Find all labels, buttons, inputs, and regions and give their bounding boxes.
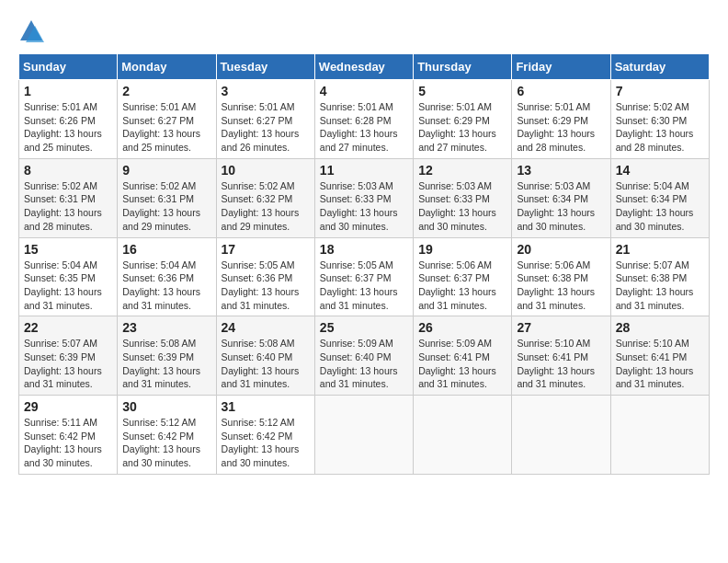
calendar-cell: 11 Sunrise: 5:03 AMSunset: 6:33 PMDaylig…	[314, 158, 413, 237]
day-info: Sunrise: 5:09 AMSunset: 6:41 PMDaylight:…	[418, 338, 496, 389]
calendar-cell: 5 Sunrise: 5:01 AMSunset: 6:29 PMDayligh…	[414, 80, 512, 159]
day-info: Sunrise: 5:12 AMSunset: 6:42 PMDaylight:…	[122, 417, 200, 468]
day-info: Sunrise: 5:03 AMSunset: 6:34 PMDaylight:…	[517, 180, 595, 232]
calendar-cell: 22 Sunrise: 5:07 AMSunset: 6:39 PMDaylig…	[19, 316, 118, 396]
calendar-cell: 1 Sunrise: 5:01 AMSunset: 6:26 PMDayligh…	[19, 80, 118, 159]
day-number: 22	[24, 320, 112, 335]
calendar-cell: 4 Sunrise: 5:01 AMSunset: 6:28 PMDayligh…	[314, 80, 413, 159]
day-info: Sunrise: 5:02 AMSunset: 6:32 PMDaylight:…	[222, 180, 300, 232]
day-number: 20	[517, 242, 605, 257]
calendar-week-row: 22 Sunrise: 5:07 AMSunset: 6:39 PMDaylig…	[19, 316, 710, 396]
calendar-cell: 21 Sunrise: 5:07 AMSunset: 6:38 PMDaylig…	[610, 237, 709, 316]
logo-icon	[18, 18, 44, 44]
day-info: Sunrise: 5:01 AMSunset: 6:29 PMDaylight:…	[517, 101, 595, 153]
day-number: 2	[122, 84, 210, 98]
calendar-cell: 26 Sunrise: 5:09 AMSunset: 6:41 PMDaylig…	[414, 316, 512, 396]
day-number: 24	[222, 320, 310, 335]
calendar-cell: 15 Sunrise: 5:04 AMSunset: 6:35 PMDaylig…	[19, 237, 118, 316]
calendar-cell: 24 Sunrise: 5:08 AMSunset: 6:40 PMDaylig…	[216, 316, 314, 396]
day-number: 6	[517, 84, 605, 98]
calendar-cell: 30 Sunrise: 5:12 AMSunset: 6:42 PMDaylig…	[118, 396, 216, 475]
calendar-cell: 13 Sunrise: 5:03 AMSunset: 6:34 PMDaylig…	[512, 158, 610, 237]
day-info: Sunrise: 5:10 AMSunset: 6:41 PMDaylight:…	[517, 338, 595, 389]
day-number: 26	[418, 320, 506, 335]
calendar-cell: 29 Sunrise: 5:11 AMSunset: 6:42 PMDaylig…	[19, 396, 118, 475]
day-info: Sunrise: 5:01 AMSunset: 6:27 PMDaylight:…	[122, 101, 200, 153]
calendar-cell: 18 Sunrise: 5:05 AMSunset: 6:37 PMDaylig…	[314, 237, 413, 316]
calendar-cell: 9 Sunrise: 5:02 AMSunset: 6:31 PMDayligh…	[118, 158, 216, 237]
day-number: 3	[222, 84, 310, 98]
calendar-cell: 2 Sunrise: 5:01 AMSunset: 6:27 PMDayligh…	[118, 80, 216, 159]
day-info: Sunrise: 5:01 AMSunset: 6:29 PMDaylight:…	[418, 101, 496, 153]
column-header-thursday: Thursday	[414, 54, 512, 80]
day-number: 15	[24, 242, 112, 257]
calendar-week-row: 15 Sunrise: 5:04 AMSunset: 6:35 PMDaylig…	[19, 237, 710, 316]
day-info: Sunrise: 5:07 AMSunset: 6:39 PMDaylight:…	[24, 338, 102, 389]
day-info: Sunrise: 5:05 AMSunset: 6:36 PMDaylight:…	[222, 259, 300, 311]
day-info: Sunrise: 5:06 AMSunset: 6:38 PMDaylight:…	[517, 259, 595, 311]
calendar-cell	[314, 396, 413, 475]
calendar-cell	[414, 396, 512, 475]
page-header	[18, 18, 710, 44]
day-number: 27	[517, 320, 605, 335]
day-info: Sunrise: 5:03 AMSunset: 6:33 PMDaylight:…	[418, 180, 496, 232]
day-info: Sunrise: 5:05 AMSunset: 6:37 PMDaylight:…	[320, 259, 398, 311]
day-number: 18	[320, 242, 408, 257]
day-number: 5	[418, 84, 506, 98]
calendar-cell: 10 Sunrise: 5:02 AMSunset: 6:32 PMDaylig…	[216, 158, 314, 237]
day-number: 23	[122, 320, 210, 335]
calendar-cell: 12 Sunrise: 5:03 AMSunset: 6:33 PMDaylig…	[414, 158, 512, 237]
day-info: Sunrise: 5:06 AMSunset: 6:37 PMDaylight:…	[418, 259, 496, 311]
calendar-cell: 31 Sunrise: 5:12 AMSunset: 6:42 PMDaylig…	[216, 396, 314, 475]
day-number: 25	[320, 320, 408, 335]
day-info: Sunrise: 5:11 AMSunset: 6:42 PMDaylight:…	[24, 417, 102, 468]
calendar-cell: 20 Sunrise: 5:06 AMSunset: 6:38 PMDaylig…	[512, 237, 610, 316]
day-info: Sunrise: 5:07 AMSunset: 6:38 PMDaylight:…	[616, 259, 694, 311]
calendar-cell: 27 Sunrise: 5:10 AMSunset: 6:41 PMDaylig…	[512, 316, 610, 396]
day-info: Sunrise: 5:03 AMSunset: 6:33 PMDaylight:…	[320, 180, 398, 232]
calendar-cell: 28 Sunrise: 5:10 AMSunset: 6:41 PMDaylig…	[610, 316, 709, 396]
column-header-friday: Friday	[512, 54, 610, 80]
calendar-week-row: 8 Sunrise: 5:02 AMSunset: 6:31 PMDayligh…	[19, 158, 710, 237]
day-number: 28	[616, 320, 704, 335]
day-number: 13	[517, 163, 605, 178]
day-number: 11	[320, 163, 408, 178]
day-info: Sunrise: 5:04 AMSunset: 6:36 PMDaylight:…	[122, 259, 200, 311]
column-header-wednesday: Wednesday	[314, 54, 413, 80]
calendar-cell: 25 Sunrise: 5:09 AMSunset: 6:40 PMDaylig…	[314, 316, 413, 396]
day-number: 17	[222, 242, 310, 257]
calendar-cell: 16 Sunrise: 5:04 AMSunset: 6:36 PMDaylig…	[118, 237, 216, 316]
calendar-cell: 23 Sunrise: 5:08 AMSunset: 6:39 PMDaylig…	[118, 316, 216, 396]
day-number: 29	[24, 399, 112, 414]
day-number: 12	[418, 163, 506, 178]
column-header-saturday: Saturday	[610, 54, 709, 80]
calendar-week-row: 29 Sunrise: 5:11 AMSunset: 6:42 PMDaylig…	[19, 396, 710, 475]
calendar-cell: 8 Sunrise: 5:02 AMSunset: 6:31 PMDayligh…	[19, 158, 118, 237]
calendar-cell: 6 Sunrise: 5:01 AMSunset: 6:29 PMDayligh…	[512, 80, 610, 159]
calendar-cell: 19 Sunrise: 5:06 AMSunset: 6:37 PMDaylig…	[414, 237, 512, 316]
logo	[18, 18, 48, 44]
day-number: 10	[222, 163, 310, 178]
day-number: 8	[24, 163, 112, 178]
day-number: 1	[24, 84, 112, 98]
day-info: Sunrise: 5:12 AMSunset: 6:42 PMDaylight:…	[222, 417, 300, 468]
day-info: Sunrise: 5:08 AMSunset: 6:39 PMDaylight:…	[122, 338, 200, 389]
day-info: Sunrise: 5:01 AMSunset: 6:26 PMDaylight:…	[24, 101, 102, 153]
day-info: Sunrise: 5:09 AMSunset: 6:40 PMDaylight:…	[320, 338, 398, 389]
day-number: 7	[616, 84, 704, 98]
day-number: 30	[122, 399, 210, 414]
calendar-cell: 3 Sunrise: 5:01 AMSunset: 6:27 PMDayligh…	[216, 80, 314, 159]
day-info: Sunrise: 5:02 AMSunset: 6:31 PMDaylight:…	[122, 180, 200, 232]
day-number: 4	[320, 84, 408, 98]
day-info: Sunrise: 5:04 AMSunset: 6:34 PMDaylight:…	[616, 180, 694, 232]
day-info: Sunrise: 5:01 AMSunset: 6:27 PMDaylight:…	[222, 101, 300, 153]
calendar-table: SundayMondayTuesdayWednesdayThursdayFrid…	[18, 53, 710, 475]
column-header-sunday: Sunday	[19, 54, 118, 80]
day-info: Sunrise: 5:02 AMSunset: 6:30 PMDaylight:…	[616, 101, 694, 153]
day-info: Sunrise: 5:01 AMSunset: 6:28 PMDaylight:…	[320, 101, 398, 153]
calendar-cell: 14 Sunrise: 5:04 AMSunset: 6:34 PMDaylig…	[610, 158, 709, 237]
calendar-cell: 17 Sunrise: 5:05 AMSunset: 6:36 PMDaylig…	[216, 237, 314, 316]
day-number: 14	[616, 163, 704, 178]
day-info: Sunrise: 5:04 AMSunset: 6:35 PMDaylight:…	[24, 259, 102, 311]
day-info: Sunrise: 5:08 AMSunset: 6:40 PMDaylight:…	[222, 338, 300, 389]
